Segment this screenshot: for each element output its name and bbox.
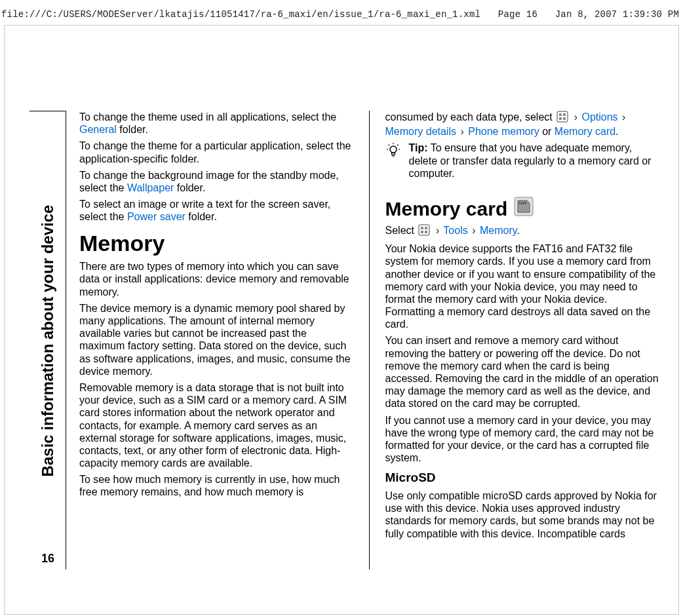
paragraph: consumed by each data type, select › Opt…: [385, 111, 659, 138]
link-general: General: [79, 124, 117, 135]
svg-rect-22: [425, 231, 427, 233]
svg-rect-21: [421, 231, 423, 233]
memory-card-icon: [514, 197, 534, 221]
heading-microsd: MicroSD: [385, 471, 659, 486]
link-memory: Memory: [480, 225, 517, 236]
menu-icon: [556, 111, 568, 125]
column-left: To change the theme used in all applicat…: [79, 111, 353, 569]
column-divider: [369, 111, 370, 569]
svg-rect-0: [557, 111, 568, 122]
tip-label: Tip:: [409, 142, 428, 153]
heading-memory-card: Memory card: [385, 197, 534, 221]
column-right: consumed by each data type, select › Opt…: [385, 111, 659, 569]
chevron-icon: ›: [621, 111, 627, 123]
svg-rect-18: [419, 225, 429, 235]
paragraph: Your Nokia device supports the FAT16 and…: [385, 242, 659, 330]
paragraph: To see how much memory is currently in u…: [79, 473, 353, 498]
svg-line-9: [388, 145, 389, 146]
paragraph: To change the theme used in all applicat…: [79, 111, 353, 136]
svg-rect-3: [559, 117, 562, 120]
link-memory-details: Memory details: [385, 126, 456, 137]
chapter-title: Basic information about your device: [39, 204, 57, 476]
margin-column: Basic information about your device 16: [29, 111, 66, 569]
svg-rect-19: [421, 227, 423, 229]
svg-rect-4: [563, 117, 566, 120]
paragraph: To change the theme for a particular app…: [79, 140, 353, 164]
chevron-icon: ›: [573, 111, 579, 123]
paragraph: If you cannot use a memory card in your …: [385, 414, 659, 465]
paragraph: Use only compatible microSD cards approv…: [385, 490, 659, 540]
link-phone-memory: Phone memory: [468, 126, 539, 137]
chevron-icon: ›: [471, 225, 477, 236]
link-memory-card: Memory card: [555, 126, 615, 137]
svg-rect-17: [525, 202, 526, 204]
tip-text: Tip: To ensure that you have adequate me…: [409, 142, 659, 180]
chevron-icon: ›: [459, 126, 465, 137]
paragraph: The device memory is a dynamic memory po…: [79, 302, 353, 377]
heading-memory: Memory: [79, 230, 353, 257]
link-tools: Tools: [443, 225, 467, 236]
timestamp: Jan 8, 2007 1:39:30 PM: [555, 9, 679, 20]
svg-rect-2: [563, 113, 566, 116]
paragraph: There are two types of memory into which…: [79, 260, 353, 298]
svg-rect-14: [519, 202, 520, 204]
svg-line-10: [397, 145, 399, 146]
paragraph: To change the background image for the s…: [79, 169, 353, 194]
file-path: file:///C:/USERS/MODEServer/lkatajis/110…: [1, 9, 480, 20]
content-sheet: Basic information about your device 16 T…: [29, 111, 659, 569]
svg-point-5: [390, 146, 397, 153]
lightbulb-icon: [385, 143, 401, 183]
paragraph: Removable memory is a data storage that …: [79, 381, 353, 469]
paragraph: To select an image or write a text for t…: [79, 198, 353, 223]
file-header: file:///C:/USERS/MODEServer/lkatajis/110…: [0, 0, 683, 22]
link-options: Options: [581, 111, 617, 123]
paragraph: You can insert and remove a memory card …: [385, 334, 659, 410]
svg-rect-20: [425, 227, 427, 229]
page-indicator: Page 16: [498, 9, 537, 20]
svg-rect-15: [521, 202, 522, 204]
link-power-saver: Power saver: [127, 211, 185, 222]
content-columns: To change the theme used in all applicat…: [66, 111, 659, 569]
svg-rect-16: [523, 202, 524, 204]
svg-rect-11: [391, 153, 395, 155]
chevron-icon: ›: [435, 225, 440, 236]
tip-block: Tip: To ensure that you have adequate me…: [385, 142, 659, 183]
link-wallpaper: Wallpaper: [127, 182, 174, 193]
menu-icon: [418, 224, 430, 239]
svg-rect-1: [559, 113, 562, 116]
page-number: 16: [29, 552, 66, 566]
page-frame: Basic information about your device 16 T…: [4, 25, 679, 615]
paragraph: Select › Tools › Memory.: [385, 224, 659, 239]
